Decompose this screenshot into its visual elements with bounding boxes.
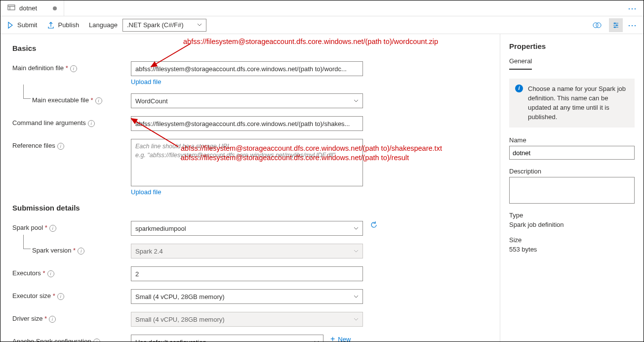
executors-input[interactable]: 2 bbox=[131, 266, 363, 281]
language-label: Language bbox=[89, 21, 118, 29]
cmd-args-input[interactable]: abfss://filesystem@storageaccount.dfs.co… bbox=[131, 116, 363, 131]
job-icon bbox=[7, 3, 15, 13]
spark-pool-select[interactable]: sparkmediumpool bbox=[131, 221, 363, 236]
unsaved-indicator-icon bbox=[53, 6, 57, 10]
svg-point-10 bbox=[616, 24, 618, 26]
info-icon[interactable]: i bbox=[78, 248, 84, 255]
svg-point-9 bbox=[614, 22, 616, 24]
config-select[interactable]: Use default configuration bbox=[131, 335, 323, 342]
submission-heading: Submission details bbox=[12, 204, 488, 212]
exec-size-label: Executor size *i bbox=[12, 289, 131, 300]
main-exe-label: Main executable file *i bbox=[12, 93, 131, 104]
spark-version-label: Spark version *i bbox=[12, 244, 131, 255]
type-value: Spark job definition bbox=[509, 221, 635, 228]
size-value: 553 bytes bbox=[509, 246, 635, 253]
refresh-button[interactable] bbox=[370, 221, 378, 229]
svg-point-5 bbox=[596, 23, 601, 28]
info-icon[interactable]: i bbox=[47, 270, 54, 277]
description-label: Description bbox=[509, 168, 635, 175]
language-select[interactable]: .NET Spark (C#/F#) bbox=[122, 19, 206, 32]
main-def-input[interactable]: abfss://filesystem@storageaccount.dfs.co… bbox=[131, 61, 363, 76]
svg-marker-3 bbox=[8, 22, 12, 28]
spark-version-select: Spark 2.4 bbox=[131, 244, 363, 258]
tab-general[interactable]: General bbox=[509, 57, 532, 70]
info-icon[interactable]: i bbox=[95, 97, 102, 104]
toolbar: Submit Publish Language .NET Spark (C#/F… bbox=[0, 16, 644, 34]
chevron-down-icon bbox=[314, 339, 319, 342]
upload-file-link[interactable]: Upload file bbox=[131, 188, 161, 196]
ref-files-textarea[interactable]: Each line should be a storage URI. e.g. … bbox=[131, 139, 363, 186]
chevron-down-icon bbox=[197, 21, 202, 29]
info-callout: i Choose a name for your Spark job defin… bbox=[509, 79, 635, 128]
info-icon[interactable]: i bbox=[70, 65, 77, 72]
svg-point-4 bbox=[593, 23, 598, 28]
ref-files-label: Reference filesi bbox=[12, 139, 131, 150]
tab-dotnet[interactable]: dotnet bbox=[0, 0, 64, 16]
exec-size-select[interactable]: Small (4 vCPU, 28GB memory) bbox=[131, 289, 363, 304]
properties-panel: Properties General i Choose a name for y… bbox=[500, 34, 644, 342]
info-icon[interactable]: i bbox=[57, 143, 64, 150]
settings-panel-icon[interactable] bbox=[609, 18, 623, 32]
publish-button[interactable]: Publish bbox=[47, 21, 79, 29]
size-label: Size bbox=[509, 236, 635, 244]
properties-heading: Properties bbox=[509, 42, 635, 50]
info-icon[interactable]: i bbox=[93, 339, 100, 342]
svg-point-11 bbox=[614, 26, 616, 28]
description-textarea[interactable] bbox=[509, 177, 635, 204]
more-icon[interactable]: ⋯ bbox=[628, 3, 638, 14]
info-icon[interactable]: i bbox=[57, 293, 64, 300]
config-label: Apache Spark configurationi bbox=[12, 335, 131, 342]
chevron-down-icon bbox=[354, 97, 359, 105]
driver-size-select: Small (4 vCPU, 28GB memory) bbox=[131, 312, 363, 327]
more-icon[interactable]: ⋯ bbox=[628, 20, 638, 31]
chevron-down-icon bbox=[354, 248, 359, 255]
type-label: Type bbox=[509, 212, 635, 219]
basics-heading: Basics bbox=[12, 44, 488, 52]
info-icon[interactable]: i bbox=[49, 225, 56, 232]
driver-size-label: Driver size *i bbox=[12, 312, 131, 323]
chevron-down-icon bbox=[354, 293, 359, 300]
main-def-label: Main definition file *i bbox=[12, 61, 131, 72]
upload-file-link[interactable]: Upload file bbox=[131, 78, 161, 86]
submit-button[interactable]: Submit bbox=[6, 21, 37, 29]
form-area: abfss://filesystem@storageaccount.dfs.co… bbox=[0, 34, 500, 342]
executors-label: Executors *i bbox=[12, 266, 131, 277]
cmd-args-label: Command line argumentsi bbox=[12, 116, 131, 127]
info-icon[interactable]: i bbox=[88, 120, 95, 127]
name-input[interactable] bbox=[509, 146, 635, 160]
plus-icon: + bbox=[330, 335, 335, 342]
main-exe-select[interactable]: WordCount bbox=[131, 93, 363, 108]
name-label: Name bbox=[509, 136, 635, 144]
view-icon[interactable] bbox=[590, 18, 604, 32]
chevron-down-icon bbox=[354, 316, 359, 323]
spark-pool-label: Spark pool *i bbox=[12, 221, 131, 232]
chevron-down-icon bbox=[354, 225, 359, 232]
svg-rect-0 bbox=[8, 5, 15, 10]
info-icon: i bbox=[515, 85, 523, 92]
new-button[interactable]: +New bbox=[330, 335, 351, 342]
info-icon[interactable]: i bbox=[49, 316, 56, 323]
tab-title: dotnet bbox=[19, 4, 37, 12]
tab-bar: dotnet ⋯ bbox=[0, 0, 644, 16]
